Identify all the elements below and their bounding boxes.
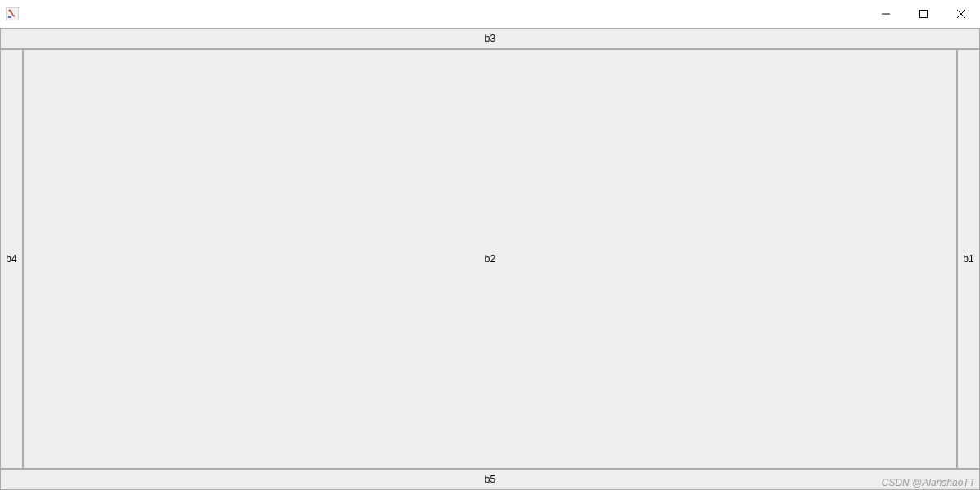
svg-point-1 (9, 10, 11, 12)
close-icon (957, 10, 965, 18)
minimize-button[interactable] (867, 2, 905, 26)
titlebar (0, 0, 980, 28)
svg-rect-4 (920, 11, 928, 18)
maximize-button[interactable] (905, 2, 942, 26)
minimize-icon (882, 10, 890, 18)
content-area: b3 b4 b2 b1 b5 (0, 28, 980, 490)
button-b2[interactable]: b2 (23, 49, 957, 469)
maximize-icon (919, 10, 928, 18)
button-b1[interactable]: b1 (957, 49, 980, 469)
button-b3[interactable]: b3 (0, 28, 980, 49)
button-b4[interactable]: b4 (0, 49, 23, 469)
button-b5[interactable]: b5 (0, 469, 980, 490)
svg-rect-2 (8, 16, 11, 18)
window-controls (867, 0, 980, 28)
app-icon (5, 7, 20, 21)
close-button[interactable] (942, 2, 980, 26)
